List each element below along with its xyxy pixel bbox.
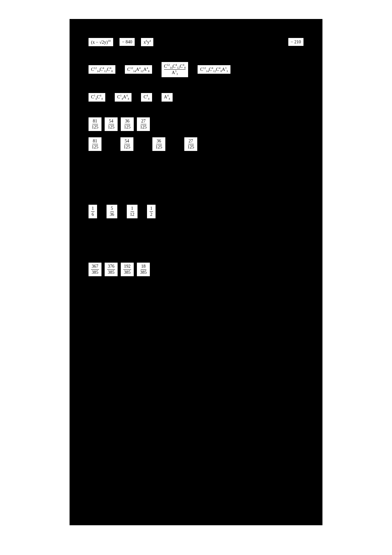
frac-27-125-compact: 27125 <box>137 117 150 131</box>
section-fracs-small: 16 536 112 12 <box>89 205 303 218</box>
combo-3: C1214C412C48 A33 <box>162 62 188 77</box>
frac-1-6: 16 <box>89 205 97 218</box>
section-small-combos: C14C44 C14A44 C44 A44 <box>89 93 303 102</box>
expr-binomial: (x − √2y)10 <box>89 38 113 46</box>
row-fracs-compact: 81125 54125 36125 27125 <box>89 117 303 131</box>
row-fracs-385: 367385 376385 192385 18385 <box>89 263 303 276</box>
combo-4: C1214C412C48A33 <box>198 65 230 74</box>
value-840: − 840 <box>119 38 135 46</box>
expr-xy: x6y4 <box>141 38 153 46</box>
frac-1-2: 12 <box>147 205 156 218</box>
frac-54-125-spread: 54125 <box>120 137 133 151</box>
small-combo-3: C44 <box>141 93 152 102</box>
frac-27-125-spread: 27125 <box>184 137 197 151</box>
frac-36-125-compact: 36125 <box>121 117 134 131</box>
combo-1: C1214C412C48 <box>89 65 115 74</box>
frac-376-385: 376385 <box>105 263 118 276</box>
value-210: − 210 <box>288 38 303 46</box>
small-combo-4: A44 <box>162 93 173 102</box>
row-combinations: C1214C412C48 C1214A412A48 C1214C412C48 A… <box>89 62 303 77</box>
frac-81-125-compact: 81125 <box>89 117 101 131</box>
spacer-2 <box>89 237 303 263</box>
frac-81-125-spread: 81125 <box>89 137 101 151</box>
frac-18-385: 18385 <box>137 263 150 276</box>
row-binomial: (x − √2y)10 − 840 x6y4 − 210 <box>89 38 303 46</box>
section-fracs-385: 367385 376385 192385 18385 <box>89 263 303 276</box>
row-fracs-small: 16 536 112 12 <box>89 205 303 218</box>
spacer-1 <box>89 167 303 205</box>
row-fracs-spread: 81125 54125 36125 27125 <box>89 137 303 151</box>
section-binomial: (x − √2y)10 − 840 x6y4 − 210 <box>89 32 303 46</box>
combo-2: C1214A412A48 <box>125 65 152 74</box>
small-combo-2: C14A44 <box>115 93 132 102</box>
frac-1-12: 112 <box>127 205 138 218</box>
frac-54-125-compact: 54125 <box>105 117 118 131</box>
section-fracs-compact: 81125 54125 36125 27125 <box>89 117 303 131</box>
row-small-combos: C14C44 C14A44 C44 A44 <box>89 93 303 102</box>
frac-36-125-spread: 36125 <box>152 137 165 151</box>
frac-367-385: 367385 <box>89 263 101 276</box>
section-combinations: C1214C412C48 C1214A412A48 C1214C412C48 A… <box>89 62 303 77</box>
section-fracs-spread: 81125 54125 36125 27125 <box>89 137 303 151</box>
small-combo-1: C14C44 <box>89 93 105 102</box>
main-container: (x − √2y)10 − 840 x6y4 − 210 C1214C412C4… <box>70 19 322 525</box>
frac-5-36: 536 <box>107 205 117 218</box>
frac-192-385: 192385 <box>121 263 134 276</box>
